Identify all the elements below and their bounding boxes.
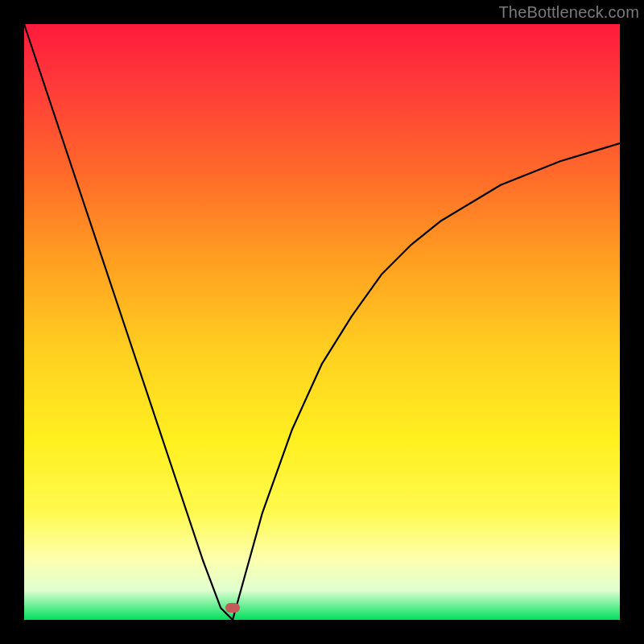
watermark-text: TheBottleneck.com — [498, 3, 639, 22]
chart-frame: TheBottleneck.com — [0, 0, 644, 644]
bottleneck-curve — [24, 24, 620, 620]
plot-area — [24, 24, 620, 620]
optimum-marker — [225, 603, 240, 613]
curve-svg — [24, 24, 620, 620]
